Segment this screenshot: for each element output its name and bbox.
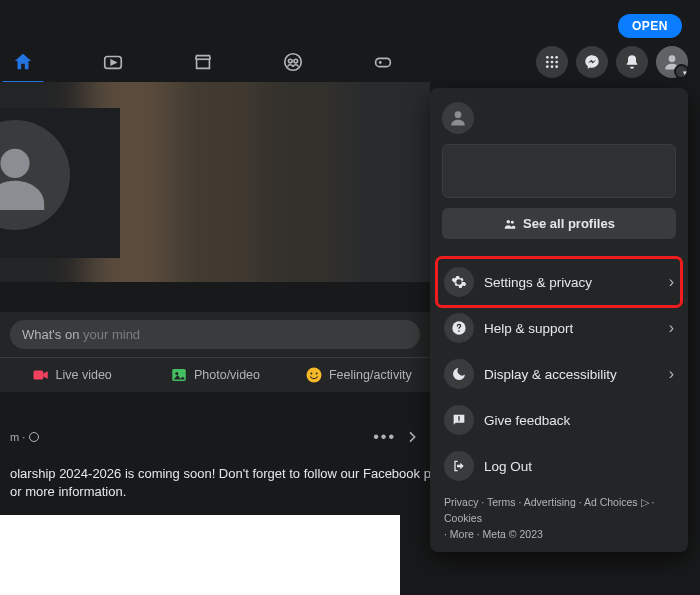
menu-display-label: Display & accessibility <box>484 367 617 382</box>
composer-live-video[interactable]: Live video <box>0 358 143 392</box>
profiles-icon <box>503 217 517 231</box>
svg-point-15 <box>0 149 29 178</box>
footer-privacy[interactable]: Privacy <box>444 496 478 508</box>
feedback-icon <box>451 412 467 428</box>
photo-icon <box>170 366 188 384</box>
svg-point-18 <box>175 372 178 375</box>
svg-rect-4 <box>376 58 391 66</box>
see-all-profiles-label: See all profiles <box>523 216 615 231</box>
composer-input[interactable]: What's on your mind <box>10 320 420 349</box>
live-video-icon <box>32 366 50 384</box>
svg-point-11 <box>546 65 549 68</box>
moon-icon <box>451 366 467 382</box>
svg-point-6 <box>551 56 554 59</box>
svg-point-8 <box>546 61 549 64</box>
composer-feeling[interactable]: Feeling/activity <box>287 358 430 392</box>
footer-adchoices[interactable]: Ad Choices <box>576 496 638 508</box>
footer-advertising[interactable]: Advertising <box>516 496 576 508</box>
nav-marketplace[interactable] <box>188 47 218 77</box>
nav-home[interactable] <box>8 47 38 77</box>
post-timestamp: m · <box>10 431 25 443</box>
gaming-icon <box>372 51 394 73</box>
svg-point-5 <box>546 56 549 59</box>
post-meta-row: m · ••• <box>0 420 430 454</box>
post-image[interactable] <box>0 515 400 595</box>
notifications-button[interactable] <box>616 46 648 78</box>
account-menu-button[interactable]: ▾ <box>656 46 688 78</box>
home-icon <box>12 51 34 73</box>
svg-point-1 <box>285 54 302 71</box>
svg-point-3 <box>294 59 298 63</box>
gear-icon <box>451 274 467 290</box>
post-next-button[interactable] <box>404 429 420 445</box>
composer-feeling-label: Feeling/activity <box>329 368 412 382</box>
messenger-button[interactable] <box>576 46 608 78</box>
composer-live-label: Live video <box>56 368 112 382</box>
help-icon <box>451 320 467 336</box>
menu-profile-card[interactable] <box>442 144 676 198</box>
menu-help-label: Help & support <box>484 321 573 336</box>
nav-groups[interactable] <box>278 47 308 77</box>
composer-prompt-prefix: What's on <box>22 327 83 342</box>
svg-point-9 <box>551 61 554 64</box>
menu-profile-avatar[interactable] <box>442 102 474 134</box>
groups-icon <box>282 51 304 73</box>
chevron-right-icon: › <box>669 365 674 383</box>
post-more-button[interactable]: ••• <box>373 428 396 446</box>
person-icon <box>0 140 50 210</box>
composer-prompt-faded: your mind <box>83 327 140 342</box>
marketplace-icon <box>192 51 214 73</box>
grid-icon <box>544 54 560 70</box>
menu-settings-privacy[interactable]: Settings & privacy › <box>438 259 680 305</box>
top-nav: ▾ <box>0 42 700 82</box>
svg-point-19 <box>306 368 321 383</box>
menu-give-feedback[interactable]: Give feedback <box>438 397 680 443</box>
bell-icon <box>624 54 640 70</box>
menu-footer: PrivacyTermsAdvertisingAd Choices ▷Cooki… <box>438 489 680 544</box>
chevron-right-icon <box>404 429 420 445</box>
nav-watch[interactable] <box>98 47 128 77</box>
watch-icon <box>102 51 124 73</box>
logout-icon <box>451 458 467 474</box>
footer-meta: Meta © 2023 <box>474 528 543 540</box>
menu-display-accessibility[interactable]: Display & accessibility › <box>438 351 680 397</box>
composer-photo-label: Photo/video <box>194 368 260 382</box>
footer-terms[interactable]: Terms <box>478 496 515 508</box>
menu-logout[interactable]: Log Out <box>438 443 680 489</box>
svg-point-10 <box>555 61 558 64</box>
chevron-right-icon: › <box>669 273 674 291</box>
svg-point-14 <box>669 55 676 62</box>
chevron-right-icon: › <box>669 319 674 337</box>
open-app-button[interactable]: OPEN <box>618 14 682 38</box>
menu-logout-label: Log Out <box>484 459 532 474</box>
feeling-icon <box>305 366 323 384</box>
post-composer: What's on your mind Live video Photo/vid… <box>0 312 430 392</box>
svg-point-24 <box>511 220 514 223</box>
svg-point-22 <box>455 111 462 118</box>
globe-icon <box>29 432 39 442</box>
menu-settings-label: Settings & privacy <box>484 275 592 290</box>
menu-help-support[interactable]: Help & support › <box>438 305 680 351</box>
svg-point-2 <box>288 59 292 63</box>
menu-feedback-label: Give feedback <box>484 413 570 428</box>
svg-point-13 <box>555 65 558 68</box>
svg-rect-16 <box>33 371 43 380</box>
footer-more[interactable]: More <box>444 528 474 540</box>
menu-grid-button[interactable] <box>536 46 568 78</box>
svg-point-20 <box>310 373 312 375</box>
messenger-icon <box>584 54 600 70</box>
composer-photo-video[interactable]: Photo/video <box>143 358 286 392</box>
svg-point-26 <box>458 330 460 332</box>
see-all-profiles-button[interactable]: See all profiles <box>442 208 676 239</box>
account-dropdown: See all profiles Settings & privacy › He… <box>430 88 688 552</box>
svg-point-12 <box>551 65 554 68</box>
svg-point-23 <box>507 219 511 223</box>
svg-point-21 <box>316 373 318 375</box>
svg-point-7 <box>555 56 558 59</box>
nav-gaming[interactable] <box>368 47 398 77</box>
person-icon <box>448 108 468 128</box>
person-icon <box>662 52 682 72</box>
